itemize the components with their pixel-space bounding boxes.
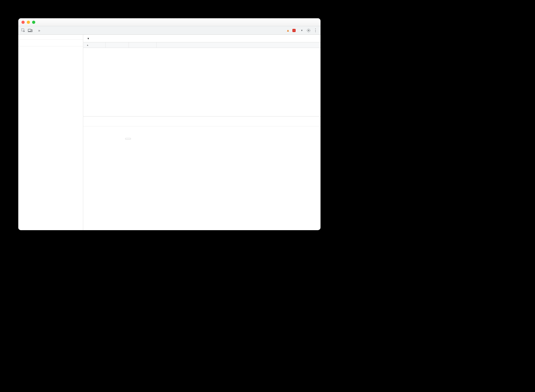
col-url[interactable]: ▲: [83, 42, 106, 48]
svg-rect-1: [28, 29, 31, 31]
detail-action: [123, 135, 315, 141]
kebab-menu-icon[interactable]: ⋮: [312, 26, 319, 35]
window-controls: [21, 21, 35, 24]
filter-bar[interactable]: ▼: [83, 35, 321, 42]
more-tabs-icon[interactable]: »: [36, 26, 43, 35]
warnings-badge[interactable]: ▲: [285, 29, 291, 32]
settings-icon[interactable]: [305, 26, 312, 35]
section-background: [18, 41, 83, 44]
col-status[interactable]: [157, 42, 321, 48]
tabbar: » ▲ ! ▼ ⋮: [18, 26, 321, 35]
device-toolbar-icon[interactable]: [27, 26, 34, 35]
col-ruleset[interactable]: [129, 42, 157, 48]
errors-badge[interactable]: !: [291, 29, 297, 32]
svg-rect-2: [31, 30, 32, 32]
section-storage: [18, 35, 83, 38]
inspect-button[interactable]: [125, 138, 131, 140]
inspect-element-icon[interactable]: [20, 26, 27, 35]
col-action[interactable]: [106, 42, 129, 48]
minimize-icon[interactable]: [27, 21, 30, 24]
table-header: ▲: [83, 42, 321, 48]
titlebar: [18, 18, 321, 26]
zoom-icon[interactable]: [32, 21, 35, 24]
devtools-window: » ▲ ! ▼ ⋮ ▼ ▲: [18, 18, 321, 230]
svg-point-3: [308, 30, 309, 31]
sidebar: [18, 35, 83, 230]
main-panel: ▼ ▲: [83, 35, 321, 230]
target-selector[interactable]: ▼: [297, 29, 305, 32]
chevron-down-icon: ▼: [87, 37, 90, 40]
section-frames: [18, 48, 83, 51]
detail-panel: [83, 117, 321, 230]
close-icon[interactable]: [21, 21, 25, 24]
speculations-table: ▲: [83, 42, 321, 117]
